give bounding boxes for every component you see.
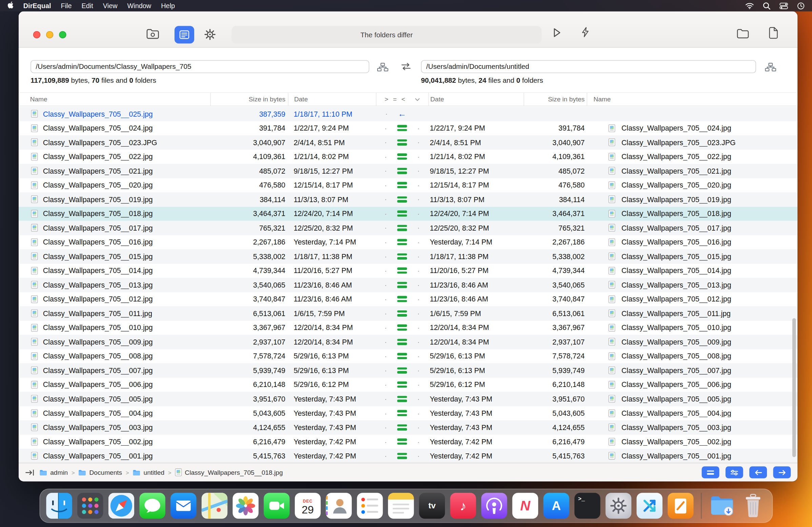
dock-contacts-icon[interactable] — [326, 493, 352, 518]
music-note-icon: ♪ — [460, 498, 466, 513]
menu-view[interactable]: View — [103, 2, 118, 10]
table-row[interactable]: Classy_Wallpapers_705__010.jpg 3,367,967… — [19, 321, 797, 335]
right-path-field[interactable]: /Users/admin/Documents/untitled — [421, 60, 756, 73]
equal-icon — [397, 382, 407, 388]
compare-button[interactable] — [175, 26, 194, 43]
name-cell-right: Classy_Wallpapers_705__001.jpg — [586, 452, 797, 460]
dock-calendar-icon[interactable]: DEC29 — [295, 493, 321, 518]
table-row[interactable]: Classy_Wallpapers_705__014.jpg 4,739,344… — [19, 264, 797, 278]
right-browse-hierarchy-button[interactable] — [763, 62, 779, 72]
left-path-field[interactable]: /Users/admin/Documents/Classy_Wallpapers… — [30, 60, 369, 73]
table-row[interactable]: Classy_Wallpapers_705__016.jpg 2,267,186… — [19, 235, 797, 249]
table-row[interactable]: Classy_Wallpapers_705__020.jpg 476,580 1… — [19, 178, 797, 192]
table-row[interactable]: Classy_Wallpapers_705__015.jpg 5,338,002… — [19, 249, 797, 264]
dock-podcasts-icon[interactable] — [481, 493, 507, 518]
table-row[interactable]: Classy_Wallpapers_705__018.jpg 3,464,371… — [19, 206, 797, 221]
table-row[interactable]: Classy_Wallpapers_705__007.jpg 5,939,749… — [19, 363, 797, 378]
dock-mail-icon[interactable] — [171, 493, 196, 518]
dock-app-store-icon[interactable]: A — [543, 493, 569, 518]
clock-icon[interactable] — [797, 2, 805, 10]
table-row[interactable]: Classy_Wallpapers_705__017.jpg 765,321 1… — [19, 221, 797, 235]
breadcrumb-file[interactable]: Classy_Wallpapers_705__018.jpg — [175, 468, 282, 476]
spotlight-search-icon[interactable] — [763, 2, 771, 10]
dock-reminders-icon[interactable] — [357, 493, 382, 518]
table-row[interactable]: Classy_Wallpapers_705__009.jpg 2,937,107… — [19, 335, 797, 349]
dock-facetime-icon[interactable] — [264, 493, 289, 518]
jump-to-selection-icon[interactable] — [25, 469, 35, 476]
dock-music-icon[interactable]: ♪ — [450, 493, 476, 518]
copy-left-arrow-icon: ← — [398, 110, 406, 118]
table-row[interactable]: Classy_Wallpapers_705__019.jpg 384,114 1… — [19, 192, 797, 206]
dock-safari-icon[interactable] — [108, 493, 134, 518]
dock-downloads-icon[interactable] — [709, 493, 735, 518]
table-row[interactable]: Classy_Wallpapers_705__002.jpg 6,216,479… — [19, 435, 797, 448]
copy-right-button[interactable] — [773, 466, 791, 478]
settings-button[interactable] — [204, 28, 216, 40]
dock-maps-icon[interactable] — [202, 493, 228, 518]
dock-terminal-icon[interactable]: >_ — [575, 493, 600, 518]
zoom-button[interactable] — [59, 31, 66, 38]
dock-messages-icon[interactable] — [139, 493, 165, 518]
dock-finder-icon[interactable] — [46, 493, 72, 518]
table-row[interactable]: Classy_Wallpapers_705__012.jpg 3,740,847… — [19, 292, 797, 306]
dock-trash-icon[interactable] — [740, 493, 766, 518]
copy-left-button[interactable] — [749, 466, 767, 478]
menu-app-name[interactable]: DirEqual — [24, 2, 51, 10]
file-icon — [608, 338, 615, 346]
table-row[interactable]: Classy_Wallpapers_705__013.jpg 3,540,065… — [19, 278, 797, 292]
show-equal-filter-button[interactable] — [702, 466, 720, 478]
table-row[interactable]: Classy_Wallpapers_705__004.jpg 5,043,605… — [19, 406, 797, 420]
table-row[interactable]: Classy_Wallpapers_705__021.jpg 485,072 9… — [19, 164, 797, 178]
dock-photos-icon[interactable] — [232, 493, 258, 518]
reveal-folder-button[interactable] — [736, 28, 749, 39]
select-folders-button[interactable] — [146, 28, 160, 39]
minimize-button[interactable] — [46, 31, 53, 38]
equal-icon — [397, 310, 407, 316]
table-row[interactable]: Classy_Wallpapers_705__025.jpg 387,359 1… — [19, 107, 797, 121]
swap-paths-button[interactable] — [401, 63, 411, 73]
date-cell-left: 1/22/17, 9:24 PM — [288, 124, 376, 132]
apple-menu-icon[interactable] — [7, 1, 13, 11]
table-row[interactable]: Classy_Wallpapers_705__008.jpg 7,578,724… — [19, 349, 797, 363]
control-center-icon[interactable] — [780, 2, 788, 9]
breadcrumb-admin[interactable]: admin — [39, 469, 68, 476]
size-cell-left: 476,580 — [210, 181, 288, 189]
table-row[interactable]: Classy_Wallpapers_705__023.JPG 3,040,907… — [19, 135, 797, 149]
wifi-icon[interactable] — [745, 2, 754, 9]
close-button[interactable] — [33, 31, 40, 38]
menu-window[interactable]: Window — [127, 2, 151, 10]
chevron-down-icon[interactable] — [415, 98, 420, 101]
left-browse-hierarchy-button[interactable] — [375, 62, 390, 72]
table-row[interactable]: Classy_Wallpapers_705__001.jpg 5,415,763… — [19, 448, 797, 463]
menu-edit[interactable]: Edit — [82, 2, 93, 10]
table-row[interactable]: Classy_Wallpapers_705__005.jpg 3,951,670… — [19, 392, 797, 406]
filter-options-button[interactable] — [726, 466, 743, 478]
table-row[interactable]: Classy_Wallpapers_705__003.jpg 4,124,655… — [19, 420, 797, 435]
name-cell-right: Classy_Wallpapers_705__002.jpg — [586, 438, 797, 446]
file-icon — [31, 224, 38, 232]
quick-sync-button[interactable] — [581, 26, 590, 38]
table-row[interactable]: Classy_Wallpapers_705__011.jpg 6,513,061… — [19, 306, 797, 321]
breadcrumb-documents[interactable]: Documents — [78, 469, 122, 476]
table-row[interactable]: Classy_Wallpapers_705__006.jpg 6,210,148… — [19, 378, 797, 392]
dock-direqual-icon[interactable] — [636, 493, 662, 518]
scrollbar-thumb[interactable] — [792, 318, 796, 457]
table-row[interactable]: Classy_Wallpapers_705__022.jpg 4,109,361… — [19, 149, 797, 164]
dock-system-preferences-icon[interactable] — [606, 493, 632, 518]
breadcrumb-untitled[interactable]: untitled — [132, 469, 164, 476]
status-bar: admin > Documents > untitled > Classy_Wa… — [19, 463, 797, 482]
dock-launchpad-icon[interactable] — [77, 493, 103, 518]
file-icon — [608, 310, 615, 317]
size-cell-right: 3,040,907 — [524, 138, 586, 146]
table-row[interactable]: Classy_Wallpapers_705__024.jpg 391,784 1… — [19, 121, 797, 135]
report-document-button[interactable] — [769, 27, 779, 39]
status-dot: · — [385, 210, 387, 217]
menu-file[interactable]: File — [61, 2, 72, 10]
arrow-left-icon — [754, 469, 762, 475]
dock-notes-icon[interactable] — [388, 493, 414, 518]
run-comparison-button[interactable] — [551, 27, 563, 38]
dock-apple-tv-icon[interactable]: tv — [419, 493, 445, 518]
menu-help[interactable]: Help — [161, 2, 175, 10]
dock-news-icon[interactable]: N — [512, 493, 538, 518]
dock-pages-icon[interactable] — [668, 493, 693, 518]
